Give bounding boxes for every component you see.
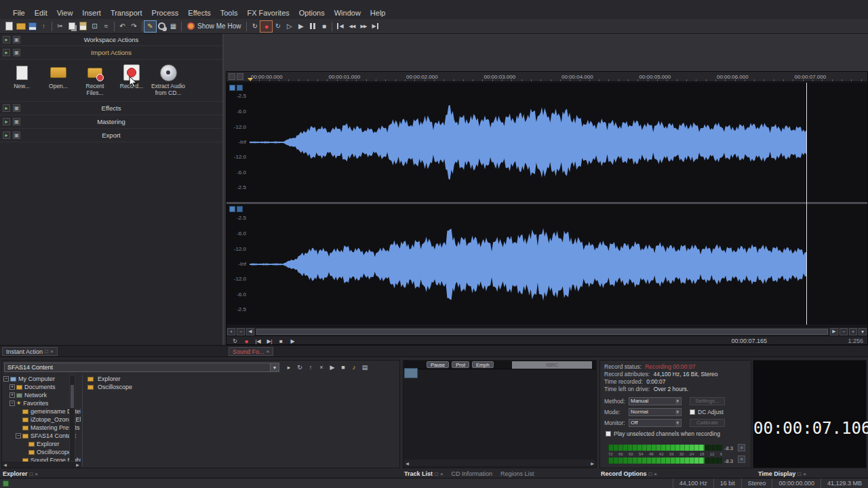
open-icon[interactable] [15, 21, 26, 32]
expand-arrow-icon[interactable]: ▸ [3, 36, 10, 43]
dock-icon[interactable]: □ [649, 471, 652, 477]
play-unselected-checkbox[interactable] [606, 431, 611, 436]
hscroll-track[interactable] [256, 329, 828, 335]
scroll-right-icon[interactable]: ▶ [589, 461, 595, 466]
tab-record-options[interactable]: Record Options□× [601, 470, 657, 477]
go-end-icon[interactable] [369, 21, 380, 32]
pause-icon[interactable] [307, 21, 318, 32]
edit-icon[interactable] [144, 21, 156, 32]
menu-process[interactable]: Process [147, 9, 184, 17]
expand-arrow-icon[interactable]: ▸ [3, 104, 10, 112]
timeline-ruler[interactable]: 00:00:00.00000:00:01.00000:00:02.00000:0… [226, 72, 867, 82]
up-icon[interactable]: ↑ [306, 363, 315, 372]
record-icon[interactable] [260, 21, 272, 32]
expand-arrow-icon[interactable]: ▸ [3, 118, 10, 125]
action-recent[interactable]: Recent Files... [77, 63, 113, 97]
scrollbar-thumb[interactable] [71, 385, 74, 408]
tree-expander[interactable]: + [9, 392, 15, 398]
zoom-in-button[interactable]: + [227, 328, 235, 336]
close-icon[interactable]: × [50, 348, 54, 354]
section-effects[interactable]: ▸▣Effects [0, 102, 222, 115]
go-end-button[interactable]: ▶| [264, 337, 275, 345]
snap-icon[interactable] [229, 73, 235, 80]
publish-icon[interactable] [38, 21, 50, 32]
close-icon[interactable]: × [803, 471, 806, 477]
waveform-channel-1[interactable]: -2.5-6.0-12.0-Inf-12.0-6.0-2.5 [226, 83, 867, 202]
zoom-out-button[interactable]: − [237, 328, 245, 336]
scroll-left-button[interactable]: ◀ [246, 328, 254, 336]
calibrate-button[interactable]: Calibrate [690, 419, 725, 427]
record-button[interactable]: ● [241, 337, 252, 345]
scroll-left-icon[interactable]: ◀ [2, 462, 8, 467]
button-prot[interactable]: Prot [452, 361, 469, 368]
play-button[interactable]: ▶ [288, 337, 298, 345]
copy-icon[interactable] [66, 21, 77, 32]
stop-button[interactable]: ■ [276, 337, 286, 345]
stop-icon[interactable] [318, 21, 330, 32]
views-icon[interactable]: ▤ [360, 363, 370, 372]
channel-meter-icon[interactable] [229, 85, 235, 91]
go-start-icon[interactable] [334, 21, 346, 32]
monitor-select[interactable]: Off ▾ [629, 419, 682, 427]
new-icon[interactable] [3, 21, 15, 32]
action-open[interactable]: Open... [40, 63, 77, 90]
tree-expander[interactable]: + [9, 384, 15, 390]
close-icon[interactable]: × [35, 471, 38, 477]
menu-effects[interactable]: Effects [183, 9, 215, 17]
dock-icon[interactable]: □ [797, 471, 801, 477]
track-number-cell[interactable] [404, 368, 418, 378]
tree-expander[interactable]: − [9, 401, 15, 406]
loop-icon[interactable] [249, 21, 260, 32]
rewind-icon[interactable] [346, 21, 357, 32]
content-selector[interactable]: SFAS14 Content ▾ [4, 363, 279, 372]
tracklist-hscrollbar[interactable]: ◀ ▶ [404, 460, 595, 466]
section-mastering[interactable]: ▸▣Mastering [0, 115, 222, 129]
play-all-icon[interactable] [283, 21, 295, 32]
save-icon[interactable] [26, 21, 38, 32]
forward-icon[interactable] [357, 21, 369, 32]
redo-icon[interactable] [128, 21, 140, 32]
scroll-right-button[interactable]: ▶ [830, 328, 838, 336]
close-icon[interactable]: × [267, 348, 270, 354]
marker-icon[interactable] [237, 73, 243, 80]
expand-arrow-icon[interactable]: ▸ [3, 131, 10, 139]
stop-icon[interactable]: ■ [338, 363, 348, 372]
menu-edit[interactable]: Edit [30, 9, 52, 17]
menu-transport[interactable]: Transport [106, 9, 147, 17]
hscroll-thumb[interactable] [256, 329, 828, 335]
play-icon[interactable] [295, 21, 307, 32]
meter-menu-icon[interactable]: ≡ [738, 455, 745, 463]
action-new[interactable]: New... [3, 63, 40, 90]
envelope-icon[interactable] [167, 21, 179, 32]
cut-icon[interactable] [54, 21, 66, 32]
expand-arrow-icon[interactable]: ▸ [3, 49, 10, 56]
menu-button[interactable]: ▼ [859, 328, 867, 336]
menu-insert[interactable]: Insert [77, 9, 106, 17]
loop-play-icon[interactable] [272, 21, 283, 32]
zoom-in-button[interactable]: + [849, 328, 857, 336]
button-pause[interactable]: Pause [427, 361, 449, 368]
action-cd[interactable]: Extract Audio from CD... [150, 63, 186, 97]
tab-time-display[interactable]: Time Display□× [758, 470, 806, 477]
menu-view[interactable]: View [52, 9, 78, 17]
waveform-svg[interactable] [226, 83, 868, 202]
settings-button[interactable]: Settings... [690, 397, 725, 405]
mode-select[interactable]: Normal ▾ [629, 408, 682, 416]
button-emph[interactable]: Emph [472, 361, 494, 368]
scroll-left-icon[interactable]: ◀ [404, 461, 410, 466]
tab-explorer[interactable]: Explorer□× [3, 470, 38, 477]
paste-icon[interactable] [77, 21, 89, 32]
menu-tools[interactable]: Tools [216, 9, 243, 17]
sound-file-tab[interactable]: Sound Fo... × [229, 347, 273, 356]
chevron-down-icon[interactable]: ▾ [270, 363, 279, 371]
dock-icon[interactable]: □ [45, 348, 48, 354]
channel-meter-icon[interactable] [229, 206, 235, 212]
method-select[interactable]: Manual ▾ [629, 397, 682, 405]
scroll-right-icon[interactable]: ▶ [75, 462, 81, 467]
waveform-channel-2[interactable]: -2.5-6.0-12.0-Inf-12.0-6.0-2.5 [226, 204, 867, 325]
tree-expander[interactable]: − [3, 376, 9, 382]
mix-icon[interactable] [100, 21, 112, 32]
menu-fx-favorites[interactable]: FX Favorites [242, 9, 294, 17]
zoom-out-button[interactable]: − [840, 328, 848, 336]
channel-arm-icon[interactable] [237, 206, 243, 212]
